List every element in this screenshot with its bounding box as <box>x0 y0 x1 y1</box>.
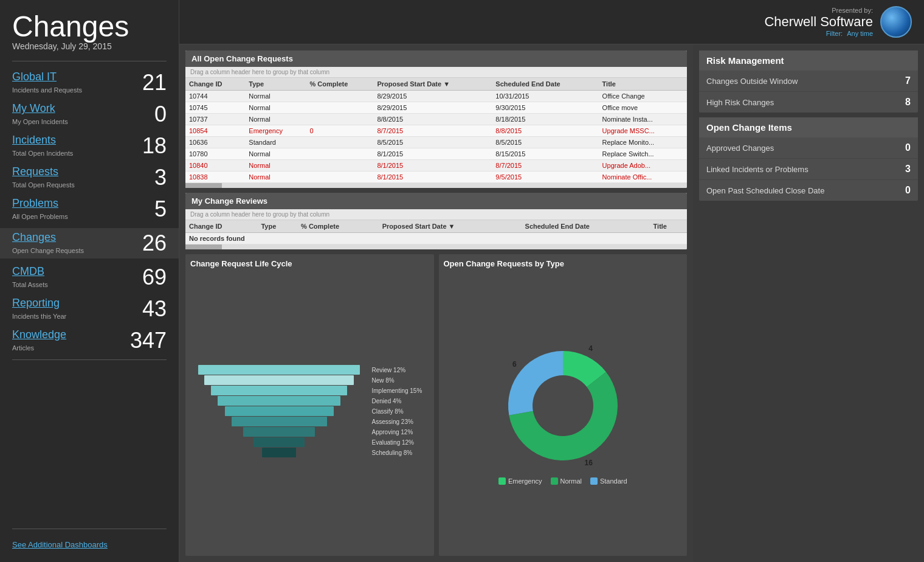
table-row[interactable]: 10636 Standard 8/5/2015 8/5/2015 Replace… <box>185 137 687 148</box>
my-change-reviews-panel: My Change Reviews Drag a column header h… <box>185 193 687 249</box>
sidebar-item-changes[interactable]: Changes Open Change Requests 26 <box>0 228 179 258</box>
col-scheduled-end[interactable]: Scheduled End Date <box>492 78 598 91</box>
legend-item-normal: Normal <box>551 477 582 485</box>
nav-link-changes[interactable]: Changes <box>12 231 84 245</box>
cell-end: 10/31/2015 <box>492 91 598 102</box>
funnel-row: Assessing 23% <box>190 417 429 426</box>
nav-count-changes: 26 <box>142 231 167 256</box>
risk-label: High Risk Changes <box>706 98 774 107</box>
legend-label: Standard <box>600 477 627 485</box>
cell-id: 10780 <box>185 148 245 160</box>
nav-link-knowledge[interactable]: Knowledge <box>12 328 66 342</box>
legend-label: Normal <box>560 477 582 485</box>
funnel-label: Implementing 15% <box>368 387 429 394</box>
nav-link-problems[interactable]: Problems <box>12 197 68 210</box>
see-more[interactable]: See Additional Dashboards <box>12 529 167 550</box>
all-changes-scrollbar[interactable] <box>185 183 687 188</box>
cell-start: 8/8/2015 <box>373 114 492 125</box>
presented-by-label: Presented by: <box>764 7 873 14</box>
cell-start: 8/1/2015 <box>373 160 492 172</box>
nav-left-my-work: My Work My Open Incidents <box>12 102 68 127</box>
risk-row[interactable]: Changes Outside Window 7 <box>699 71 918 92</box>
open-change-items-section: Open Change Items Approved Changes 0 Lin… <box>699 117 918 201</box>
sidebar-item-cmdb[interactable]: CMDB Total Assets 69 <box>12 265 167 290</box>
nav-left-problems: Problems All Open Problems <box>12 197 68 221</box>
cell-pct <box>306 160 373 172</box>
rev-col-scheduled-end[interactable]: Scheduled End Date <box>522 220 650 233</box>
table-row[interactable]: 10737 Normal 8/8/2015 8/18/2015 Nominate… <box>185 114 687 125</box>
col-pct[interactable]: % Complete <box>306 78 373 91</box>
my-reviews-scrollbar[interactable] <box>185 245 687 249</box>
nav-link-global-it[interactable]: Global IT <box>12 71 82 84</box>
rev-col-pct[interactable]: % Complete <box>297 220 379 233</box>
app-title: Changes <box>12 12 167 41</box>
sidebar-item-global-it[interactable]: Global IT Incidents and Requests 21 <box>12 70 167 95</box>
cell-title: Upgrade Adob... <box>599 160 687 172</box>
cell-id: 10840 <box>185 160 245 172</box>
no-records-text: No records found <box>185 233 687 245</box>
cell-id: 10744 <box>185 91 245 102</box>
funnel-row: Denied 4% <box>190 396 429 406</box>
see-additional-dashboards-link[interactable]: See Additional Dashboards <box>12 540 108 549</box>
risk-row[interactable]: High Risk Changes 8 <box>699 92 918 113</box>
sidebar-item-knowledge[interactable]: Knowledge Articles 347 <box>12 328 167 353</box>
change-item-row[interactable]: Linked Incidents or Problems 3 <box>699 159 918 180</box>
table-row[interactable]: 10780 Normal 8/1/2015 8/15/2015 Replace … <box>185 148 687 160</box>
table-row[interactable]: 10854 Emergency 0 8/7/2015 8/8/2015 Upgr… <box>185 125 687 137</box>
cell-id: 10636 <box>185 137 245 148</box>
cell-type: Normal <box>245 114 306 125</box>
table-row[interactable]: 10744 Normal 8/29/2015 10/31/2015 Office… <box>185 91 687 102</box>
rev-col-title[interactable]: Title <box>650 220 687 233</box>
nav-count-cmdb: 69 <box>142 265 167 290</box>
funnel-label: Assessing 23% <box>368 418 429 425</box>
cell-end: 8/7/2015 <box>492 160 598 172</box>
rev-col-proposed-start[interactable]: Proposed Start Date ▼ <box>379 220 522 233</box>
funnel-row: New 8% <box>190 375 429 385</box>
nav-link-requests[interactable]: Requests <box>12 165 75 179</box>
change-item-rows: Approved Changes 0 Linked Incidents or P… <box>699 137 918 201</box>
sidebar-item-requests[interactable]: Requests Total Open Requests 3 <box>12 165 167 190</box>
sidebar-item-reporting[interactable]: Reporting Incidents this Year 43 <box>12 296 167 322</box>
sidebar-item-incidents[interactable]: Incidents Total Open Incidents 18 <box>12 133 167 159</box>
col-change-id[interactable]: Change ID <box>185 78 245 91</box>
table-row[interactable]: 10840 Normal 8/1/2015 8/7/2015 Upgrade A… <box>185 160 687 172</box>
funnel-label: New 8% <box>368 377 429 384</box>
cell-pct <box>306 137 373 148</box>
rev-col-type[interactable]: Type <box>257 220 297 233</box>
cell-start: 8/7/2015 <box>373 125 492 137</box>
nav-link-incidents[interactable]: Incidents <box>12 134 73 147</box>
rev-col-change-id[interactable]: Change ID <box>185 220 257 233</box>
funnel-bar-wrap <box>190 427 368 437</box>
cell-title: Office move <box>599 102 687 114</box>
cell-pct: 0 <box>306 125 373 137</box>
cell-pct <box>306 91 373 102</box>
legend-label: Emergency <box>508 477 542 485</box>
col-type[interactable]: Type <box>245 78 306 91</box>
change-item-count: 0 <box>905 185 911 196</box>
cell-start: 8/29/2015 <box>373 102 492 114</box>
funnel-bar-wrap <box>190 375 368 385</box>
sidebar-item-problems[interactable]: Problems All Open Problems 5 <box>12 196 167 222</box>
cell-type: Normal <box>245 91 306 102</box>
nav-link-my-work[interactable]: My Work <box>12 102 68 116</box>
donut-chart-panel: Open Change Requests by Type 4166 Emerge… <box>439 254 688 556</box>
col-proposed-start[interactable]: Proposed Start Date ▼ <box>373 78 492 91</box>
change-item-row[interactable]: Approved Changes 0 <box>699 137 918 159</box>
sidebar-item-my-work[interactable]: My Work My Open Incidents 0 <box>12 102 167 127</box>
col-title[interactable]: Title <box>599 78 687 91</box>
table-row[interactable]: 10838 Normal 8/1/2015 9/5/2015 Nominate … <box>185 172 687 183</box>
table-row[interactable]: 10745 Normal 8/29/2015 9/30/2015 Office … <box>185 102 687 114</box>
cell-type: Normal <box>245 172 306 183</box>
legend-swatch <box>498 477 506 485</box>
all-changes-scrollbar-thumb[interactable] <box>185 183 222 188</box>
cell-id: 10745 <box>185 102 245 114</box>
nav-link-reporting[interactable]: Reporting <box>12 297 66 310</box>
nav-sub-my-work: My Open Incidents <box>12 118 68 125</box>
nav-left-changes: Changes Open Change Requests <box>12 231 84 255</box>
nav-link-cmdb[interactable]: CMDB <box>12 265 48 279</box>
change-item-row[interactable]: Open Past Scheduled Close Date 0 <box>699 180 918 201</box>
my-reviews-scrollbar-thumb[interactable] <box>185 245 222 249</box>
nav-count-knowledge: 347 <box>130 328 167 353</box>
app-date: Wednesday, July 29, 2015 <box>12 41 167 51</box>
sidebar: Changes Wednesday, July 29, 2015 Global … <box>0 0 179 562</box>
